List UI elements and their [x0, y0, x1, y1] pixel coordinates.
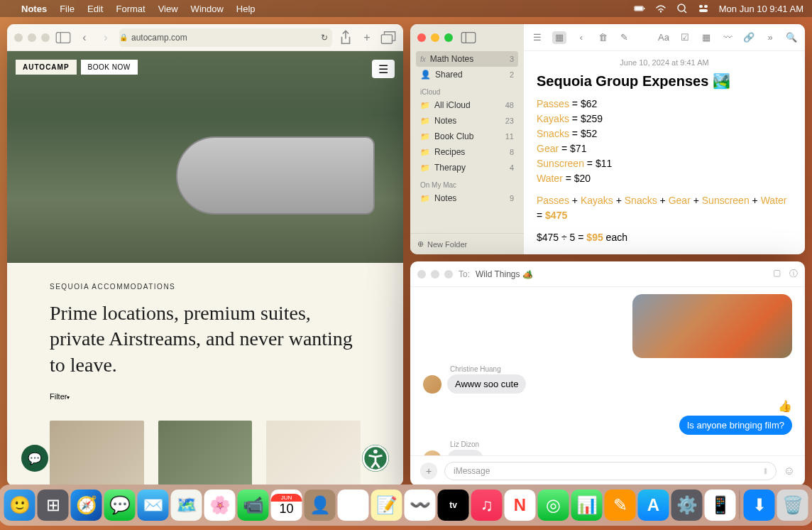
incoming-message[interactable]: Awww soo cute — [447, 374, 526, 394]
music-icon[interactable]: ♫ — [471, 490, 503, 521]
close-button[interactable] — [417, 270, 426, 278]
compose-icon[interactable]: ✎ — [618, 31, 630, 44]
calendar-icon[interactable]: JUN10 — [271, 490, 302, 521]
launchpad-icon[interactable]: ⊞ — [38, 490, 69, 521]
site-logo[interactable]: AUTOCAMP — [16, 60, 77, 75]
reload-icon[interactable]: ↻ — [321, 33, 328, 43]
spotlight-icon[interactable] — [676, 3, 688, 14]
sidebar-item-all-icloud[interactable]: 📁All iCloud48 — [416, 97, 518, 113]
list-view-icon[interactable]: ☰ — [531, 31, 544, 44]
link-icon[interactable]: 🔗 — [742, 31, 755, 44]
clock[interactable]: Mon Jun 10 9:41 AM — [719, 4, 803, 14]
chat-fab-icon[interactable]: 💬 — [21, 445, 48, 472]
apps-plus-icon[interactable]: + — [420, 463, 437, 480]
appstore-icon[interactable]: A — [638, 490, 669, 521]
text-style-icon[interactable]: Aa — [657, 31, 670, 44]
address-bar[interactable]: 🔒 autocamp.com ↻ — [119, 28, 332, 47]
zoom-button[interactable] — [444, 270, 453, 278]
forward-button[interactable]: › — [98, 30, 114, 45]
trash-icon[interactable]: 🗑 — [596, 31, 609, 44]
tv-icon[interactable]: tv — [438, 490, 469, 521]
safari-icon[interactable]: 🧭 — [71, 490, 102, 521]
sidebar-item-therapy[interactable]: 📁Therapy4 — [416, 160, 518, 175]
back-icon[interactable]: ‹ — [575, 31, 588, 44]
zoom-button[interactable] — [444, 33, 453, 42]
contacts-icon[interactable]: 👤 — [304, 490, 336, 521]
sidebar-item-local-notes[interactable]: 📁Notes9 — [416, 190, 518, 206]
accommodation-thumb[interactable] — [50, 421, 144, 486]
format-menu[interactable]: Format — [116, 4, 145, 14]
hamburger-menu-icon[interactable]: ☰ — [372, 60, 395, 78]
mail-icon[interactable]: ✉️ — [138, 490, 169, 521]
icloud-section-header[interactable]: iCloud — [416, 82, 518, 97]
note-content[interactable]: June 10, 2024 at 9:41 AM Sequoia Group E… — [524, 51, 805, 254]
facetime-icon[interactable]: ▢ — [773, 268, 781, 280]
tabs-icon[interactable] — [380, 30, 396, 45]
accommodation-thumb[interactable] — [158, 421, 253, 486]
control-center-icon[interactable] — [698, 3, 709, 14]
search-icon[interactable]: 🔍 — [785, 31, 798, 44]
outgoing-message[interactable]: Is anyone bringing film? — [679, 416, 792, 435]
sidebar-item-recipes[interactable]: 📁Recipes8 — [416, 144, 518, 160]
message-input[interactable]: iMessage ⦀ — [444, 462, 777, 480]
sidebar-toggle-icon[interactable] — [55, 30, 71, 45]
downloads-icon[interactable]: ⬇ — [744, 490, 775, 521]
message-list[interactable]: Christine Huang Awww soo cute 👍 Is anyon… — [410, 287, 805, 455]
incoming-message[interactable]: I am! — [447, 450, 483, 455]
messages-icon[interactable]: 💬 — [104, 490, 136, 521]
zoom-button[interactable] — [41, 33, 50, 42]
iphone-mirroring-icon[interactable]: 📱 — [705, 490, 736, 521]
more-icon[interactable]: » — [764, 31, 777, 44]
battery-icon[interactable] — [634, 3, 645, 14]
table-icon[interactable]: ▦ — [700, 31, 713, 44]
minimize-button[interactable] — [431, 270, 439, 278]
sidebar-item-shared[interactable]: 👤Shared2 — [416, 67, 518, 82]
close-button[interactable] — [14, 33, 23, 42]
emoji-picker-icon[interactable]: ☺ — [784, 465, 795, 477]
new-folder-button[interactable]: ⊕New Folder — [410, 233, 524, 254]
voice-memo-icon[interactable]: ⦀ — [764, 466, 767, 476]
gallery-view-icon[interactable]: ▦ — [552, 31, 566, 44]
accommodation-thumb[interactable] — [266, 421, 361, 486]
facetime-icon[interactable]: 📹 — [238, 490, 269, 521]
wifi-icon[interactable] — [655, 3, 666, 14]
photos-icon[interactable]: 🌸 — [204, 490, 236, 521]
sidebar-item-notes[interactable]: 📁Notes23 — [416, 113, 518, 129]
back-button[interactable]: ‹ — [77, 30, 92, 45]
notes-icon[interactable]: 📝 — [371, 490, 402, 521]
news-icon[interactable]: N — [505, 490, 536, 521]
view-menu[interactable]: View — [158, 4, 178, 14]
window-menu[interactable]: Window — [191, 4, 224, 14]
trash-icon[interactable]: 🗑️ — [777, 490, 808, 521]
settings-icon[interactable]: ⚙️ — [671, 490, 703, 521]
pages-icon[interactable]: ✎ — [605, 490, 636, 521]
reminders-icon[interactable]: ☰ — [338, 490, 369, 521]
onmymac-section-header[interactable]: On My Mac — [416, 175, 518, 190]
media-icon[interactable]: 〰 — [721, 31, 734, 44]
maps-icon[interactable]: 🗺️ — [171, 490, 202, 521]
app-menu[interactable]: Notes — [21, 4, 47, 14]
sidebar-toggle-icon[interactable] — [461, 30, 476, 45]
help-menu[interactable]: Help — [236, 4, 256, 14]
minimize-button[interactable] — [28, 33, 36, 42]
sidebar-item-book-club[interactable]: 📁Book Club11 — [416, 129, 518, 144]
share-icon[interactable] — [338, 30, 353, 45]
accessibility-fab-icon[interactable] — [362, 445, 389, 472]
avatar[interactable] — [423, 450, 441, 455]
avatar[interactable] — [423, 375, 441, 394]
sidebar-item-math-notes[interactable]: fxMath Notes3 — [416, 51, 518, 67]
finder-icon[interactable]: 🙂 — [4, 490, 35, 521]
checklist-icon[interactable]: ☑ — [679, 31, 691, 44]
close-button[interactable] — [417, 33, 426, 42]
file-menu[interactable]: File — [60, 4, 75, 14]
conversation-name[interactable]: Wild Things 🏕️ — [476, 269, 533, 279]
book-now-button[interactable]: BOOK NOW — [81, 60, 138, 75]
new-tab-icon[interactable]: + — [359, 30, 375, 45]
message-photo-attachment[interactable] — [632, 294, 792, 358]
tapback-reaction[interactable]: 👍 — [778, 399, 792, 413]
findmy-icon[interactable]: ◎ — [538, 490, 569, 521]
numbers-icon[interactable]: 📊 — [571, 490, 603, 521]
freeform-icon[interactable]: 〰️ — [405, 490, 436, 521]
edit-menu[interactable]: Edit — [87, 4, 103, 14]
minimize-button[interactable] — [431, 33, 439, 42]
